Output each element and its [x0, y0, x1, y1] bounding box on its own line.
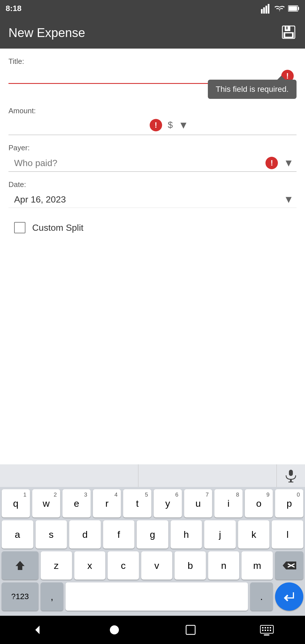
- keyboard-seg-1[interactable]: [0, 464, 138, 487]
- svg-rect-6: [289, 6, 297, 11]
- enter-key[interactable]: [275, 582, 303, 611]
- key-b[interactable]: b: [175, 551, 206, 580]
- date-label: Date:: [8, 180, 297, 189]
- shift-icon: [14, 560, 26, 571]
- numbers-key[interactable]: ?123: [2, 582, 38, 611]
- nav-home-button[interactable]: [103, 619, 126, 641]
- title-field-group: Title: ! This field is required.: [8, 57, 297, 84]
- svg-rect-28: [270, 627, 271, 628]
- key-s[interactable]: s: [36, 520, 67, 549]
- date-value[interactable]: Apr 16, 2023: [14, 194, 281, 205]
- key-j[interactable]: j: [204, 520, 236, 549]
- payer-dropdown-arrow[interactable]: ▼: [281, 157, 297, 169]
- title-required-tooltip: This field is required.: [208, 80, 297, 99]
- key-k[interactable]: k: [238, 520, 270, 549]
- key-v[interactable]: v: [141, 551, 173, 580]
- payer-field-group: Payer: ! ▼: [8, 143, 297, 172]
- svg-rect-1: [263, 7, 265, 14]
- key-x[interactable]: x: [74, 551, 106, 580]
- keyboard: 1q 2w 3e 4r 5t 6y 7u 8i 9o 0p a s d f g …: [0, 464, 305, 616]
- date-dropdown-arrow[interactable]: ▼: [281, 193, 297, 205]
- keyboard-icon: [260, 624, 274, 636]
- amount-field-row: ! $ ▼: [8, 118, 297, 135]
- key-h[interactable]: h: [171, 520, 202, 549]
- key-a[interactable]: a: [2, 520, 33, 549]
- custom-split-checkbox[interactable]: [14, 222, 25, 233]
- keyboard-rows: 1q 2w 3e 4r 5t 6y 7u 8i 9o 0p a s d f g …: [0, 487, 305, 616]
- svg-rect-29: [262, 630, 263, 631]
- page-title: New Expense: [8, 26, 85, 40]
- shift-key[interactable]: [2, 551, 38, 580]
- status-bar: 8:18: [0, 0, 305, 17]
- payer-row: ! ▼: [8, 155, 297, 172]
- svg-point-22: [110, 625, 119, 634]
- key-row-3: z x c v b n m: [2, 551, 303, 580]
- title-label: Title:: [8, 57, 297, 66]
- key-y[interactable]: 6y: [154, 489, 182, 517]
- key-z[interactable]: z: [41, 551, 72, 580]
- backspace-icon: [282, 560, 296, 571]
- svg-rect-33: [264, 634, 269, 636]
- key-t[interactable]: 5t: [123, 489, 151, 517]
- payer-label: Payer:: [8, 143, 297, 152]
- mic-icon[interactable]: [284, 469, 298, 483]
- currency-dropdown-arrow[interactable]: ▼: [176, 119, 191, 131]
- svg-marker-21: [35, 626, 40, 634]
- svg-rect-5: [298, 7, 299, 10]
- comma-key[interactable]: ,: [41, 582, 63, 611]
- save-icon: [281, 24, 297, 40]
- keyboard-seg-3[interactable]: [277, 464, 305, 487]
- amount-input[interactable]: [8, 118, 150, 132]
- form-content: Title: ! This field is required. Amount:…: [0, 49, 305, 464]
- svg-rect-16: [18, 569, 22, 570]
- amount-field-group: Amount: ! $ ▼: [8, 106, 297, 135]
- period-key[interactable]: .: [250, 582, 273, 611]
- key-w[interactable]: 2w: [32, 489, 60, 517]
- svg-rect-32: [270, 630, 271, 631]
- backspace-key[interactable]: [275, 551, 303, 580]
- svg-rect-26: [265, 627, 266, 628]
- date-row: Apr 16, 2023 ▼: [8, 191, 297, 208]
- key-e[interactable]: 3e: [62, 489, 91, 517]
- nav-back-button[interactable]: [27, 619, 49, 641]
- keyboard-seg-2[interactable]: [138, 464, 277, 487]
- nav-recents-button[interactable]: [179, 619, 202, 641]
- date-field-group: Date: Apr 16, 2023 ▼: [8, 180, 297, 208]
- key-g[interactable]: g: [137, 520, 168, 549]
- svg-rect-14: [288, 482, 293, 482]
- svg-rect-2: [265, 6, 267, 14]
- key-c[interactable]: c: [108, 551, 139, 580]
- svg-rect-11: [286, 27, 287, 29]
- key-p[interactable]: 0p: [275, 489, 303, 517]
- battery-icon: [288, 5, 299, 12]
- nav-keyboard-button[interactable]: [256, 619, 278, 641]
- key-d[interactable]: d: [69, 520, 101, 549]
- space-key[interactable]: [66, 582, 248, 611]
- key-i[interactable]: 8i: [214, 489, 243, 517]
- payer-error-icon: !: [265, 157, 278, 169]
- enter-icon: [282, 589, 296, 604]
- bottom-nav: [0, 616, 305, 644]
- currency-symbol: $: [168, 120, 173, 130]
- svg-marker-17: [283, 562, 296, 569]
- svg-marker-15: [16, 561, 25, 570]
- wifi-icon: [274, 3, 285, 14]
- payer-input[interactable]: [14, 158, 265, 168]
- key-r[interactable]: 4r: [93, 489, 121, 517]
- svg-rect-27: [267, 627, 269, 628]
- key-m[interactable]: m: [241, 551, 273, 580]
- key-q[interactable]: 1q: [2, 489, 30, 517]
- key-l[interactable]: l: [272, 520, 303, 549]
- custom-split-row[interactable]: Custom Split: [8, 216, 297, 239]
- svg-rect-13: [290, 479, 292, 482]
- key-u[interactable]: 7u: [184, 489, 212, 517]
- status-icons: [261, 3, 299, 14]
- status-time: 8:18: [6, 4, 21, 13]
- key-f[interactable]: f: [103, 520, 135, 549]
- key-n[interactable]: n: [208, 551, 239, 580]
- key-o[interactable]: 9o: [245, 489, 273, 517]
- svg-rect-31: [267, 630, 269, 631]
- svg-rect-3: [268, 4, 269, 14]
- amount-error-icon: !: [150, 119, 162, 131]
- save-button[interactable]: [281, 24, 297, 41]
